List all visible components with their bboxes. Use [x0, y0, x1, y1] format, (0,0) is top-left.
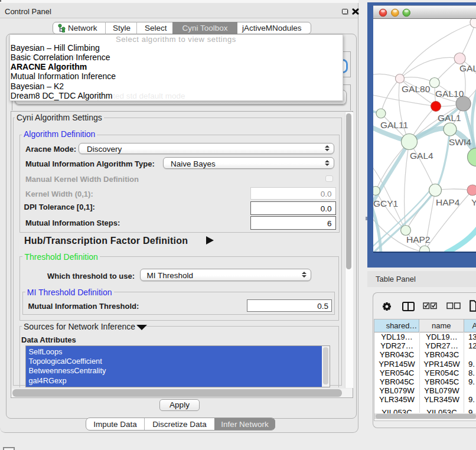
- svg-text:SWI4: SWI4: [449, 137, 471, 147]
- svg-text:GAL1: GAL1: [438, 113, 461, 123]
- svg-text:GAL11: GAL11: [380, 120, 408, 130]
- svg-text:GAL4: GAL4: [410, 151, 433, 161]
- svg-text:GAL7: GAL7: [459, 63, 476, 73]
- svg-text:HAP2: HAP2: [406, 234, 431, 244]
- svg-text:GAL80: GAL80: [402, 84, 431, 94]
- svg-text:HAP4: HAP4: [436, 197, 460, 207]
- svg-text:GAL10: GAL10: [435, 89, 464, 99]
- svg-text:GCY1: GCY1: [373, 198, 398, 208]
- svg-text:Y: Y: [471, 197, 476, 207]
